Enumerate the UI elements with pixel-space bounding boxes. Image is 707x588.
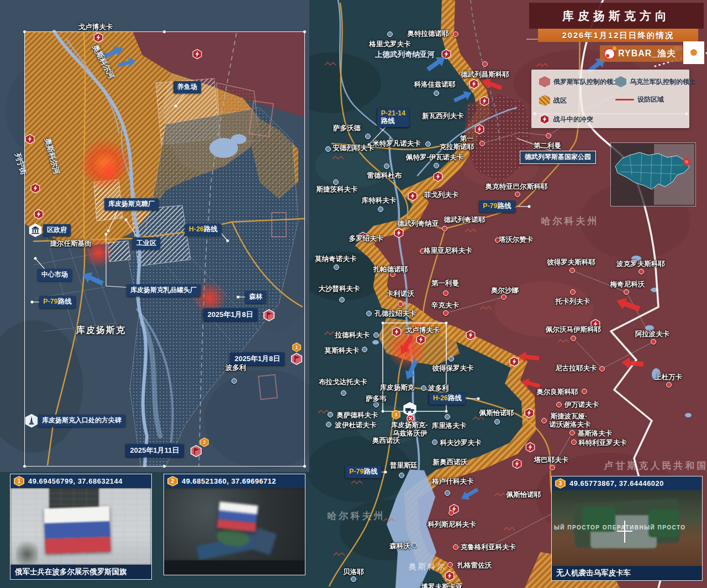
clash-icon [357, 231, 368, 242]
map-label: 奥克特亚巴尔斯科耶 [486, 182, 548, 192]
settlement-dot-blue [399, 473, 404, 478]
map-label: 奥特拉德诺耶 [408, 29, 449, 39]
map-label: 斯捷波瓦娅· [551, 412, 588, 421]
settlement-dot-blue [434, 91, 439, 96]
map-marker-pr [449, 510, 454, 516]
legend-ukraine-swatch [615, 76, 626, 87]
map-label: 卡利诺沃 [387, 289, 414, 299]
map-label: 克鲁格利亚科夫卡 [461, 543, 516, 552]
map-label: 莫斯科夫卡 [325, 346, 360, 356]
map-label: 第二利曼 [534, 141, 561, 151]
map-label: 梅奇尼科沃 [610, 280, 645, 289]
settlement-dot-blue [351, 576, 356, 582]
map-marker-pb [445, 490, 450, 496]
map-marker-bolt [468, 78, 479, 89]
map-label: 乌兹洛沃伊 [393, 429, 428, 438]
map-marker-pr [651, 339, 656, 345]
map-label: 库特科夫卡 [362, 196, 397, 205]
map-marker-pr [541, 418, 547, 423]
map-label: 诺沃谢洛夫卡 [550, 420, 591, 430]
map-marker-pr [570, 289, 576, 295]
settlement-dot-blue [362, 347, 367, 352]
map-marker-pb [351, 576, 356, 582]
map-label: 佩尔沃马伊斯科耶 [546, 325, 601, 335]
legend-russia-swatch [539, 76, 550, 87]
map-label: 新奥西诺沃 [433, 458, 468, 467]
map-label: 奥尔良斯科耶 [537, 388, 578, 397]
settlement-dot-blue [328, 412, 333, 417]
map-marker-bolt [479, 96, 490, 107]
destroyed-x-icon [407, 415, 414, 422]
map-label: P-79路线 [345, 466, 381, 478]
map-label: 米特罗凡诺夫卡 [372, 139, 421, 149]
map-marker-pb [421, 385, 426, 391]
map-marker-pb [494, 419, 500, 425]
map-marker-pb [378, 206, 383, 212]
map-label: 科特利亚罗夫卡 [578, 438, 627, 448]
map-marker-pr [495, 237, 500, 243]
settlement-dot-red [453, 31, 458, 37]
photo3-image: ЫЙ ПРОСТОР ОПЕРАТИВНЫЙ ПРОСТО [552, 490, 702, 566]
map-marker-bolt [474, 124, 485, 135]
settlement-dot-red [420, 248, 425, 254]
clash-icon [511, 458, 523, 469]
map-marker-num: 3 [391, 410, 402, 420]
map-marker-pb [373, 402, 379, 407]
map-label: 菲戈列夫卡 [424, 190, 459, 200]
map-subtitle-bar: 2026年1月12日日终的情况 [538, 29, 698, 42]
map-marker-bolt [590, 319, 601, 330]
map-marker-pr [479, 141, 485, 146]
map-marker-pr [582, 389, 587, 394]
settlement-dot-blue [445, 490, 450, 496]
numbered-marker-icon: 3 [391, 410, 402, 420]
battle-glow [407, 319, 429, 341]
map-label: 德武列奇纳亚 [398, 219, 439, 229]
map-label: 德武列奇诺耶 [444, 215, 486, 225]
photo2-image [164, 488, 305, 560]
settlement-dot-blue [341, 390, 346, 396]
map-marker-xmark [407, 415, 414, 422]
map-label: 阿拉波夫卡 [635, 330, 670, 339]
settlement-dot-red [599, 366, 605, 372]
map-label: 科洛佳兹诺耶 [414, 80, 456, 89]
photo1-image [10, 488, 151, 565]
map-marker-pr [390, 272, 395, 277]
map-label: 奥萨德科夫卡 [337, 411, 378, 420]
map-marker-pr [666, 382, 672, 388]
map-marker-pr [571, 439, 577, 445]
map-label: 贝洛耶 [343, 568, 364, 577]
map-label: 辛克夫卡 [431, 301, 459, 310]
map-marker-pb [366, 311, 372, 316]
map-label: 奥斯科尔 [409, 562, 446, 572]
settlement-dot-blue [366, 311, 372, 316]
map-label: P-21-14路线 [377, 108, 409, 127]
map-marker-pr [420, 248, 425, 254]
map-marker-pr [515, 192, 520, 197]
russian-flag [217, 501, 258, 532]
map-label: 哈尔科夫州 [328, 510, 386, 522]
settlement-dot-blue [387, 31, 393, 37]
settlement-dot-red [442, 226, 447, 231]
settlement-dot-red [447, 562, 453, 568]
legend-warzone-label: 战区 [553, 96, 567, 105]
map-marker-pr [550, 465, 555, 470]
report-date: 2026年1月12日日终的情况 [562, 30, 674, 41]
map-marker-bolt [393, 227, 404, 239]
settlement-dot-red [501, 294, 506, 300]
settlement-dot-blue [373, 402, 379, 407]
settlement-dot-red [482, 61, 488, 67]
brand-name: RYBAR_渔夫 [618, 48, 676, 60]
settlement-dot-blue [449, 356, 454, 362]
settlement-dot-blue [334, 264, 339, 270]
map-label: 科列斯尼科夫卡 [428, 520, 476, 529]
marker-number-icon: 2 [167, 476, 178, 486]
settlement-dot-blue [425, 141, 431, 147]
settlement-dot-red [639, 269, 644, 274]
marker-number-icon: 3 [555, 478, 566, 489]
map-label: 扎格雷佐沃 [457, 561, 492, 570]
blue-attack-arrow-icon [402, 358, 421, 382]
settlement-dot-blue [384, 163, 389, 169]
map-marker-pb [362, 347, 367, 352]
kupyansk-city-inset-map [0, 0, 309, 472]
map-label: 德武列琴斯基国家公园 [520, 151, 596, 164]
